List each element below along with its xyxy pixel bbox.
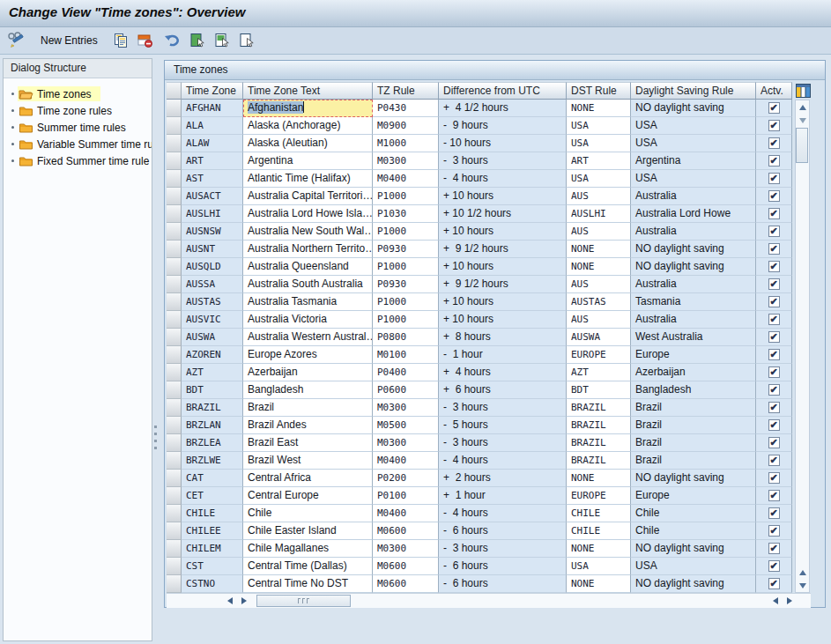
table-cell[interactable]: - 3 hours	[439, 152, 567, 170]
table-cell[interactable]: AUSVIC	[182, 311, 243, 329]
table-cell[interactable]: P0600	[373, 381, 439, 399]
display-change-toggle-button[interactable]	[6, 30, 27, 51]
table-cell[interactable]: Central Time (Dallas)	[243, 558, 373, 575]
table-cell[interactable]: CST	[182, 558, 243, 575]
table-cell[interactable]: Brazil Andes	[243, 417, 373, 434]
actv-checkbox[interactable]: ✔	[768, 490, 780, 501]
table-cell[interactable]: + 9 1/2 hours	[439, 276, 567, 293]
table-cell[interactable]: Argentina	[631, 152, 756, 170]
row-selector[interactable]	[167, 470, 182, 487]
table-cell[interactable]: Brazil	[631, 452, 756, 470]
table-cell[interactable]: AUS	[567, 311, 631, 329]
select-block-button[interactable]	[214, 30, 232, 51]
actv-checkbox[interactable]: ✔	[768, 525, 780, 537]
table-cell[interactable]: NONE	[567, 100, 631, 117]
row-selector[interactable]	[167, 205, 182, 223]
table-cell[interactable]: CHILE	[182, 505, 243, 522]
table-cell[interactable]: P1000	[373, 223, 439, 241]
table-cell[interactable]: P1000	[373, 293, 439, 311]
horizontal-scrollbar[interactable]	[167, 593, 811, 608]
row-selector[interactable]	[167, 293, 182, 311]
table-cell[interactable]: P1030	[373, 205, 439, 223]
row-selector[interactable]	[167, 329, 182, 346]
table-cell[interactable]: AUSNSW	[182, 223, 243, 241]
actv-checkbox[interactable]: ✔	[768, 349, 780, 360]
table-cell[interactable]: Australia South Australia	[243, 276, 373, 293]
sidebar-item-time-zone-rules[interactable]: Time zone rules	[7, 102, 152, 119]
table-cell[interactable]: EUROPE	[567, 487, 631, 505]
table-cell[interactable]: P1000	[373, 188, 439, 205]
table-cell[interactable]: M0500	[373, 417, 439, 434]
fixed-scroll-right-button[interactable]	[783, 594, 797, 607]
table-cell[interactable]: Europe	[631, 487, 756, 505]
col-header-time-zone[interactable]: Time Zone	[182, 82, 243, 100]
table-cell[interactable]: NONE	[567, 540, 631, 558]
delete-entry-button[interactable]	[137, 30, 154, 51]
table-cell[interactable]: - 3 hours	[439, 399, 567, 417]
table-cell[interactable]: Bangladesh	[631, 381, 756, 399]
table-cell[interactable]: USA	[631, 170, 756, 188]
actv-checkbox[interactable]: ✔	[768, 296, 780, 307]
sidebar-item-time-zones[interactable]: Time zones	[7, 85, 152, 102]
scroll-right-button[interactable]	[237, 594, 251, 607]
table-cell[interactable]: BRZLWE	[182, 452, 243, 470]
table-cell[interactable]: USA	[567, 135, 631, 152]
actv-checkbox[interactable]: ✔	[768, 261, 780, 272]
table-cell[interactable]: Central Africa	[243, 470, 373, 487]
sidebar-item-summer-time-rules[interactable]: Summer time rules	[7, 119, 152, 136]
table-cell[interactable]: Australia Queensland	[243, 258, 373, 276]
table-cell[interactable]: Chile	[243, 505, 373, 522]
table-cell[interactable]: NO daylight saving	[631, 100, 756, 117]
table-cell[interactable]: + 2 hours	[439, 470, 567, 487]
table-cell[interactable]: AUSACT	[182, 188, 243, 205]
table-cell[interactable]: - 10 hours	[439, 135, 567, 152]
actv-checkbox[interactable]: ✔	[768, 120, 780, 131]
table-cell[interactable]: Australia Capital Territori…	[243, 188, 373, 205]
table-cell[interactable]: - 5 hours	[439, 417, 567, 434]
actv-checkbox[interactable]: ✔	[768, 314, 780, 325]
table-cell[interactable]: P0800	[373, 329, 439, 346]
row-selector[interactable]	[167, 117, 182, 135]
table-cell[interactable]: NONE	[567, 470, 631, 487]
sidebar-item-fixed-summer-time-rules[interactable]: Fixed Summer time rule	[7, 152, 152, 169]
table-cell[interactable]: Alaska (Aleutian)	[243, 135, 373, 152]
table-cell[interactable]: Australia	[631, 276, 756, 293]
table-cell[interactable]: CHILEM	[182, 540, 243, 558]
row-selector[interactable]	[167, 381, 182, 399]
table-cell[interactable]: - 4 hours	[439, 452, 567, 470]
table-cell[interactable]: BDT	[567, 381, 631, 399]
actv-checkbox[interactable]: ✔	[768, 543, 780, 554]
table-cell[interactable]: - 4 hours	[439, 170, 567, 188]
table-cell[interactable]: CHILEE	[182, 522, 243, 540]
table-cell[interactable]: West Australia	[631, 329, 756, 346]
table-cell[interactable]: Australia Victoria	[243, 311, 373, 329]
table-cell[interactable]: - 6 hours	[439, 522, 567, 540]
actv-checkbox[interactable]: ✔	[768, 243, 780, 255]
row-selector[interactable]	[167, 100, 182, 117]
actv-checkbox[interactable]: ✔	[768, 190, 780, 202]
actv-checkbox[interactable]: ✔	[768, 384, 780, 396]
row-selector[interactable]	[167, 417, 182, 434]
row-selector[interactable]	[167, 575, 182, 593]
horizontal-scroll-thumb[interactable]	[256, 595, 351, 607]
table-cell[interactable]: NO daylight saving	[631, 470, 756, 487]
table-cell[interactable]: P0200	[373, 470, 439, 487]
table-cell[interactable]: NONE	[567, 241, 631, 258]
table-cell[interactable]: + 10 hours	[439, 223, 567, 241]
table-cell[interactable]: BRAZIL	[567, 452, 631, 470]
table-cell[interactable]: Europe Azores	[243, 346, 373, 364]
table-cell[interactable]: NONE	[567, 575, 631, 593]
table-cell[interactable]: M0400	[373, 170, 439, 188]
table-cell[interactable]: Australia Lord Howe	[631, 205, 756, 223]
table-cell[interactable]: - 6 hours	[439, 575, 567, 593]
table-cell[interactable]: USA	[567, 117, 631, 135]
table-cell[interactable]: + 9 1/2 hours	[439, 241, 567, 258]
row-selector[interactable]	[167, 276, 182, 293]
table-cell[interactable]: Azerbaijan	[631, 364, 756, 381]
table-cell[interactable]: P1000	[373, 258, 439, 276]
table-cell[interactable]: AUS	[567, 188, 631, 205]
table-cell[interactable]: BDT	[182, 381, 243, 399]
table-cell[interactable]: M0400	[373, 505, 439, 522]
table-cell[interactable]: Central Europe	[243, 487, 373, 505]
scroll-page-down-button[interactable]	[796, 579, 809, 592]
